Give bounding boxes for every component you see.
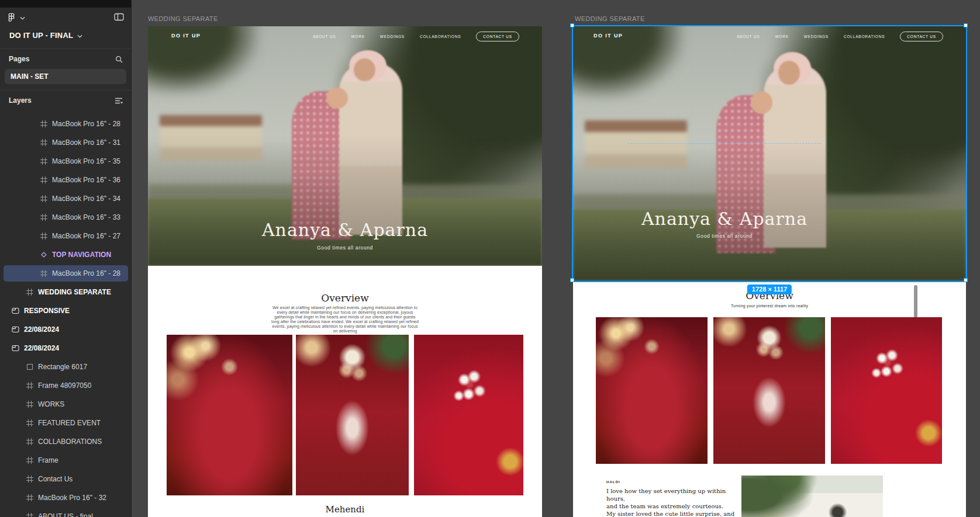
selection-handle-top-left[interactable] — [570, 23, 574, 27]
contact-us-button[interactable]: CONTACT US — [900, 32, 943, 41]
chevron-down-icon[interactable] — [77, 31, 82, 40]
photo-bangles-petals[interactable] — [414, 335, 523, 495]
layer-label: Frame 48097050 — [38, 381, 91, 390]
layer-row[interactable]: MacBook Pro 16" - 36 — [0, 172, 132, 188]
nav-items[interactable]: ABOUT USWORKWEDDINGSCOLLABORATIONS — [737, 34, 885, 39]
layer-label: FEATURED EVENT — [38, 419, 101, 427]
photo-couple-garlands[interactable] — [296, 335, 409, 495]
design-frame-wedding-right[interactable]: DO IT UP ABOUT USWORKWEDDINGSCOLLABORATI… — [573, 26, 966, 517]
layer-label: 22/08/2024 — [24, 344, 59, 352]
component-icon — [40, 251, 47, 259]
layer-row[interactable]: Rectangle 6017 — [0, 359, 132, 375]
frame-icon — [26, 289, 33, 296]
photo-haldi-venue-building[interactable] — [741, 476, 883, 517]
figma-window: DO IT UP - FINAL Pages MAIN - SET Layers — [0, 0, 980, 517]
layer-row[interactable]: 22/08/2024 — [0, 340, 132, 356]
layer-label: 22/08/2024 — [24, 325, 59, 334]
chevron-down-icon[interactable] — [20, 12, 25, 22]
site-nav: ABOUT USWORKWEDDINGSCOLLABORATIONS CONTA… — [737, 32, 943, 41]
layer-label: WEDDING SEPARATE — [38, 288, 111, 296]
layer-row[interactable]: 22/08/2024 — [0, 321, 132, 338]
selection-handle-top-right[interactable] — [964, 23, 968, 27]
page-item-main-set[interactable]: MAIN - SET — [5, 69, 126, 84]
layer-row[interactable]: MacBook Pro 16" - 35 — [0, 153, 132, 169]
layer-row[interactable]: MacBook Pro 16" - 31 — [0, 134, 132, 151]
section-icon — [12, 345, 19, 352]
photo-bride-red-lehenga[interactable] — [596, 317, 708, 464]
overview-tagline[interactable]: Turning your pinterest dream into realit… — [573, 304, 966, 308]
haldi-quote[interactable]: I love how they set everything up within… — [606, 487, 738, 517]
layer-row[interactable]: FEATURED EVENT — [0, 415, 132, 431]
layer-label: MacBook Pro 16" - 27 — [52, 232, 120, 240]
hero-photo-couple-garden — [148, 26, 542, 266]
search-icon[interactable] — [115, 55, 123, 63]
contact-us-button[interactable]: CONTACT US — [476, 32, 519, 41]
layer-row[interactable]: RESPONSIVE — [0, 303, 132, 319]
frame-icon — [26, 457, 33, 464]
layer-row[interactable]: MacBook Pro 16" - 34 — [0, 190, 132, 207]
layer-label: COLLABORATIONS — [38, 438, 102, 446]
overview-paragraph[interactable]: We excel at crafting relaxed yet refined… — [271, 306, 419, 333]
haldi-quote-line: and the team was extremely courteous. — [606, 502, 738, 510]
hero-photo-couple-garden — [573, 26, 966, 281]
site-logo[interactable]: DO IT UP — [593, 33, 623, 39]
layer-row[interactable]: MacBook Pro 16" - 33 — [0, 209, 132, 225]
layer-label: MacBook Pro 16" - 32 — [38, 494, 106, 502]
photo-bride-red-lehenga[interactable] — [167, 335, 292, 495]
layer-row[interactable]: MacBook Pro 16" - 28 — [0, 116, 132, 132]
nav-item[interactable]: WEDDINGS — [804, 34, 829, 39]
layer-row[interactable]: TOP NAVIGATION — [0, 247, 132, 263]
layers-list: MacBook Pro 16" - 28MacBook Pro 16" - 31… — [0, 116, 132, 517]
frame-icon — [26, 401, 33, 408]
layer-row[interactable]: WORKS — [0, 396, 132, 412]
nav-item[interactable]: ABOUT US — [313, 34, 336, 39]
canvas-scrollbar-thumb[interactable] — [914, 285, 917, 318]
overview-title[interactable]: Overview — [148, 292, 542, 304]
layer-options-icon[interactable] — [115, 98, 123, 104]
rectangle-icon — [26, 363, 33, 371]
layer-label: TOP NAVIGATION — [52, 251, 111, 259]
frame-icon — [26, 494, 33, 502]
frame-icon — [26, 476, 33, 483]
layer-label: MacBook Pro 16" - 28 — [52, 269, 120, 277]
layer-label: RESPONSIVE — [24, 307, 70, 315]
layer-row[interactable]: COLLABORATIONS — [0, 433, 132, 450]
design-frame-wedding-left[interactable]: DO IT UP ABOUT USWORKWEDDINGSCOLLABORATI… — [148, 26, 542, 517]
nav-item[interactable]: COLLABORATIONS — [844, 34, 885, 39]
haldi-label[interactable]: HALDI — [606, 480, 620, 484]
nav-item[interactable]: WEDDINGS — [380, 34, 405, 39]
layer-row[interactable]: MacBook Pro 16" - 32 — [0, 490, 132, 506]
layer-label: Rectangle 6017 — [38, 363, 87, 371]
layer-row[interactable]: Contact Us — [0, 471, 132, 487]
haldi-quote-line: I love how they set everything up within… — [606, 487, 738, 502]
photo-bangles-petals[interactable] — [831, 317, 942, 464]
layer-label: WORKS — [38, 400, 64, 408]
frame-icon — [26, 513, 33, 517]
frame-icon — [40, 139, 47, 147]
site-logo[interactable]: DO IT UP — [171, 33, 201, 39]
layer-row[interactable]: MacBook Pro 16" - 27 — [0, 228, 132, 244]
layer-row[interactable]: MacBook Pro 16" - 28 — [4, 265, 128, 282]
frame-icon — [40, 195, 47, 203]
nav-item[interactable]: ABOUT US — [737, 34, 760, 39]
frame-icon — [40, 233, 47, 240]
frame-label-right[interactable]: WEDDING SEPARATE — [575, 15, 645, 22]
figma-logo-icon[interactable] — [7, 13, 16, 22]
layer-row[interactable]: ABOUT US - final — [0, 508, 132, 517]
layer-row[interactable]: Frame 48097050 — [0, 377, 132, 394]
frame-label-left[interactable]: WEDDING SEPARATE — [148, 15, 218, 22]
layer-row[interactable]: Frame — [0, 452, 132, 469]
project-name-row[interactable]: DO IT UP - FINAL — [0, 26, 131, 44]
photo-couple-garlands[interactable] — [713, 317, 825, 464]
layer-row[interactable]: WEDDING SEPARATE — [0, 284, 132, 300]
nav-items[interactable]: ABOUT USWORKWEDDINGSCOLLABORATIONS — [313, 34, 461, 39]
gallery-heading[interactable]: Mehendi — [148, 504, 542, 515]
hero-section[interactable]: DO IT UP ABOUT USWORKWEDDINGSCOLLABORATI… — [573, 26, 966, 281]
panel-toggle-icon[interactable] — [114, 13, 124, 21]
selection-handle-bottom-right[interactable] — [964, 278, 968, 282]
nav-item[interactable]: WORK — [775, 34, 788, 39]
hero-section[interactable]: DO IT UP ABOUT USWORKWEDDINGSCOLLABORATI… — [148, 26, 542, 266]
nav-item[interactable]: COLLABORATIONS — [420, 34, 461, 39]
nav-item[interactable]: WORK — [351, 34, 364, 39]
selection-handle-bottom-left[interactable] — [570, 278, 574, 282]
